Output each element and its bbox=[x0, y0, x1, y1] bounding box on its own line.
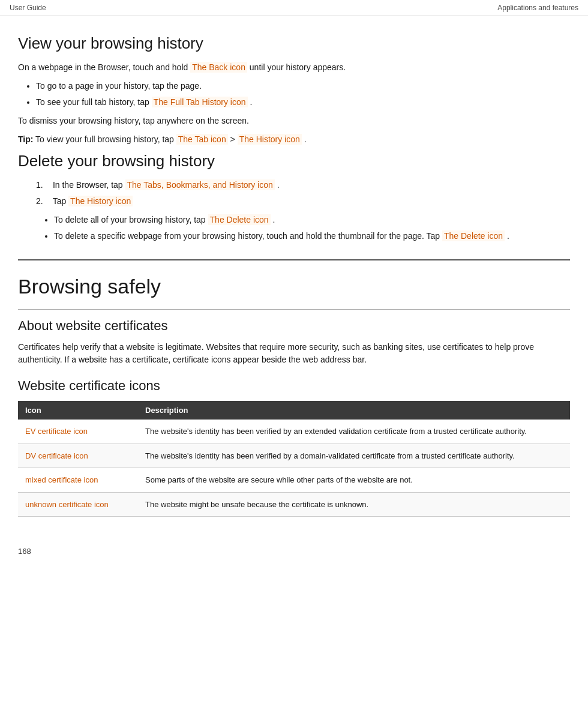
page-number: 168 bbox=[18, 547, 31, 556]
about-certs-divider bbox=[18, 309, 570, 310]
list-item: To go to a page in your history, tap the… bbox=[36, 80, 570, 92]
table-row: unknown certificate iconThe website migh… bbox=[18, 492, 570, 517]
col-desc-header: Description bbox=[138, 401, 570, 420]
about-certs-description: Certificates help verify that a website … bbox=[18, 341, 570, 366]
cert-desc-cell: The website's identity has been verified… bbox=[138, 420, 570, 444]
delete-history-title: Delete your browsing history bbox=[18, 152, 570, 170]
browsing-safely-title: Browsing safely bbox=[18, 275, 570, 298]
back-icon-link[interactable]: The Back icon bbox=[190, 62, 247, 73]
page-footer: 168 bbox=[0, 541, 588, 562]
delete-icon-link2[interactable]: The Delete icon bbox=[442, 230, 505, 241]
dismiss-text: To dismiss your browsing history, tap an… bbox=[18, 115, 570, 127]
delete-history-steps: 1. In the Browser, tap The Tabs, Bookmar… bbox=[36, 179, 570, 208]
cert-icons-table: Icon Description EV certificate iconThe … bbox=[18, 401, 570, 517]
col-icon-header: Icon bbox=[18, 401, 138, 420]
header-left: User Guide bbox=[10, 4, 46, 12]
tip-label: Tip: bbox=[18, 134, 33, 144]
cert-desc-cell: The website's identity has been verified… bbox=[138, 444, 570, 468]
list-item: To see your full tab history, tap The Fu… bbox=[36, 96, 570, 109]
list-item: To delete all of your browsing history, … bbox=[54, 214, 570, 226]
cert-desc-cell: Some parts of the website are secure whi… bbox=[138, 468, 570, 493]
list-item: To delete a specific webpage from your b… bbox=[54, 230, 570, 242]
table-row: mixed certificate iconSome parts of the … bbox=[18, 468, 570, 493]
cert-icon-cell: unknown certificate icon bbox=[18, 492, 138, 517]
about-certs-title: About website certificates bbox=[18, 318, 570, 334]
page-header: User Guide Applications and features bbox=[0, 0, 588, 16]
cert-desc-cell: The website might be unsafe because the … bbox=[138, 492, 570, 517]
view-history-intro: On a webpage in the Browser, touch and h… bbox=[18, 61, 570, 74]
cert-icon-cell: mixed certificate icon bbox=[18, 468, 138, 493]
delete-sub-bullets: To delete all of your browsing history, … bbox=[54, 214, 570, 242]
tabs-bookmarks-history-link[interactable]: The Tabs, Bookmarks, and History icon bbox=[125, 179, 275, 190]
full-tab-history-link[interactable]: The Full Tab History icon bbox=[152, 97, 248, 107]
view-history-title: View your browsing history bbox=[18, 34, 570, 53]
delete-icon-link1[interactable]: The Delete icon bbox=[208, 214, 271, 225]
cert-icons-title: Website certificate icons bbox=[18, 378, 570, 394]
table-row: EV certificate iconThe website's identit… bbox=[18, 420, 570, 444]
cert-icon-cell: EV certificate icon bbox=[18, 420, 138, 444]
list-item: 1. In the Browser, tap The Tabs, Bookmar… bbox=[36, 179, 570, 191]
view-history-bullets: To go to a page in your history, tap the… bbox=[36, 80, 570, 109]
history-icon-step2-link[interactable]: The History icon bbox=[68, 196, 133, 206]
tab-icon-link[interactable]: The Tab icon bbox=[176, 134, 228, 145]
browsing-safely-divider bbox=[18, 259, 570, 260]
table-header-row: Icon Description bbox=[18, 401, 570, 420]
header-right: Applications and features bbox=[497, 4, 578, 12]
list-item: 2. Tap The History icon bbox=[36, 195, 570, 208]
table-row: DV certificate iconThe website's identit… bbox=[18, 444, 570, 468]
tip-paragraph: Tip: To view your full browsing history,… bbox=[18, 133, 570, 146]
cert-icon-cell: DV certificate icon bbox=[18, 444, 138, 468]
history-icon-link[interactable]: The History icon bbox=[238, 134, 302, 145]
